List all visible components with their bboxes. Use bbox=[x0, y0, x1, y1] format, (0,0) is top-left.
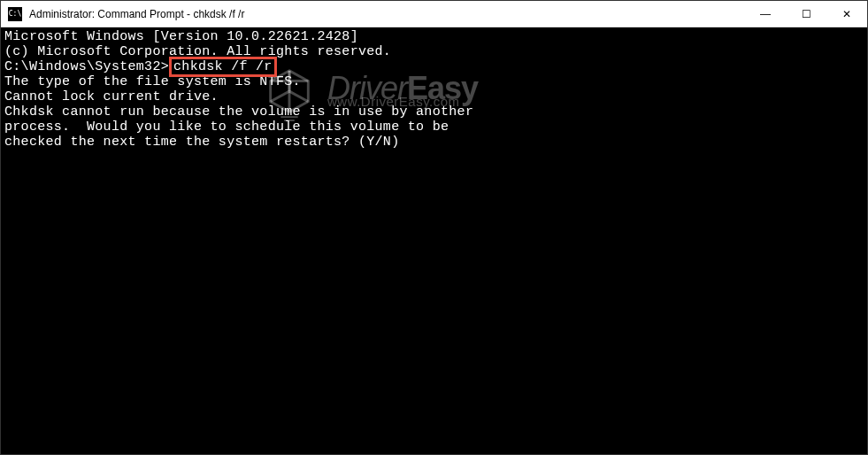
maximize-button[interactable]: ☐ bbox=[786, 1, 826, 27]
prompt-prefix: C:\Windows\System32> bbox=[4, 59, 169, 74]
command-text: chkdsk /f /r bbox=[173, 59, 273, 74]
window-controls: — ☐ ✕ bbox=[745, 1, 867, 27]
terminal-output-line: Microsoft Windows [Version 10.0.22621.24… bbox=[4, 29, 864, 44]
command-highlight: chkdsk /f /r bbox=[169, 57, 277, 77]
close-button[interactable]: ✕ bbox=[826, 1, 867, 27]
terminal-output-line: Chkdsk cannot run because the volume is … bbox=[4, 104, 864, 120]
titlebar: C:\ Administrator: Command Prompt - chkd… bbox=[1, 1, 867, 27]
terminal-output-line: The type of the file system is NTFS. bbox=[4, 74, 864, 89]
minimize-button[interactable]: — bbox=[745, 1, 786, 27]
terminal-area[interactable]: DriverEasy www.DriverEasy.com Microsoft … bbox=[1, 27, 867, 454]
terminal-prompt-line: C:\Windows\System32>chkdsk /f /r bbox=[4, 59, 864, 74]
terminal-output-line: process. Would you like to schedule this… bbox=[4, 120, 864, 135]
terminal-output-line: Cannot lock current drive. bbox=[4, 89, 864, 104]
cmd-icon: C:\ bbox=[8, 7, 22, 21]
window-title: Administrator: Command Prompt - chkdsk /… bbox=[29, 8, 745, 20]
terminal-output-line: checked the next time the system restart… bbox=[4, 135, 864, 150]
cmd-icon-label: C:\ bbox=[9, 10, 21, 18]
terminal-output-line: (c) Microsoft Corporation. All rights re… bbox=[4, 44, 864, 59]
